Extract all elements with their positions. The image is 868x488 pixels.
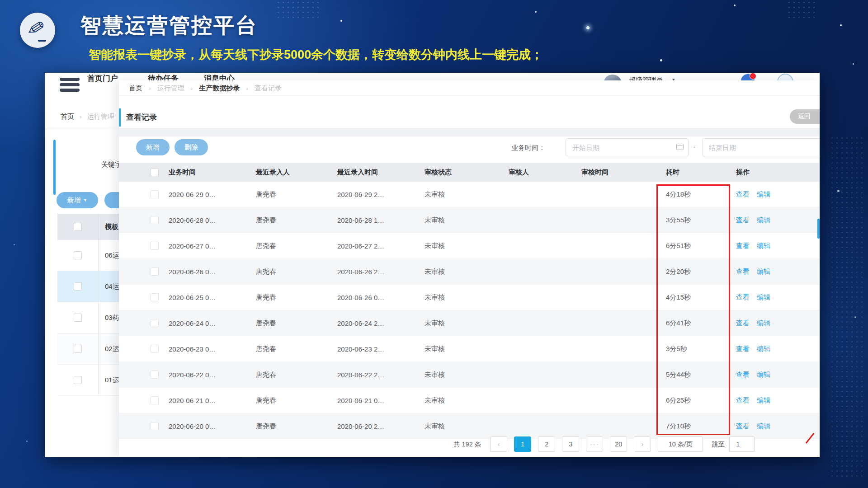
divider bbox=[119, 95, 820, 96]
cell-duration: 7分10秒 bbox=[662, 422, 732, 431]
breadcrumb-home[interactable]: 首页 bbox=[61, 113, 74, 120]
row-checkbox[interactable] bbox=[74, 282, 82, 291]
row-checkbox[interactable] bbox=[151, 371, 159, 379]
records-table-header: 业务时间 最近录入人 最近录入时间 审核状态 审核人 审核时间 耗时 操作 bbox=[119, 163, 820, 182]
row-checkbox[interactable] bbox=[74, 251, 82, 259]
select-all-checkbox[interactable] bbox=[74, 223, 82, 231]
cell-review-status: 未审核 bbox=[421, 242, 505, 250]
cell-duration: 3分55秒 bbox=[662, 216, 732, 225]
cell-duration: 2分20秒 bbox=[662, 267, 732, 276]
row-checkbox[interactable] bbox=[151, 319, 159, 327]
cell-business-time: 2020-06-26 0… bbox=[165, 268, 252, 276]
page-size-select[interactable]: 10 条/页 bbox=[658, 436, 703, 452]
cell-record-time: 2020-06-23 2… bbox=[334, 345, 421, 353]
row-checkbox[interactable] bbox=[151, 216, 159, 224]
view-link[interactable]: 查看 bbox=[736, 345, 750, 352]
cell-recorder: 唐尧春 bbox=[252, 371, 334, 379]
calendar-icon[interactable] bbox=[676, 144, 684, 150]
view-link[interactable]: 查看 bbox=[736, 216, 750, 224]
edit-link[interactable]: 编辑 bbox=[757, 422, 770, 430]
delete-button[interactable]: 删除 bbox=[175, 139, 208, 155]
row-checkbox[interactable] bbox=[74, 376, 82, 384]
breadcrumb-production-data[interactable]: 生产数据抄录 bbox=[199, 84, 240, 92]
platform-logo: ✎ bbox=[20, 13, 55, 48]
row-checkbox[interactable] bbox=[151, 293, 159, 301]
edit-link[interactable]: 编辑 bbox=[757, 293, 770, 301]
breadcrumb-home[interactable]: 首页 bbox=[129, 84, 142, 92]
add-button[interactable]: 新增 bbox=[136, 139, 170, 155]
cell-review-status: 未审核 bbox=[421, 396, 505, 405]
records-breadcrumb: 首页 › 运行管理 › 生产数据抄录 › 查看记录 bbox=[129, 84, 282, 93]
page-button-1[interactable]: 1 bbox=[514, 436, 531, 452]
dot-grid-decoration bbox=[830, 136, 866, 479]
edit-link[interactable]: 编辑 bbox=[757, 242, 770, 249]
view-link[interactable]: 查看 bbox=[736, 396, 750, 404]
start-date-input[interactable] bbox=[566, 138, 689, 156]
jump-to-input[interactable] bbox=[729, 436, 755, 452]
cell-business-time: 2020-06-21 0… bbox=[165, 397, 252, 404]
cell-recorder: 唐尧春 bbox=[252, 190, 334, 199]
view-link[interactable]: 查看 bbox=[736, 242, 750, 249]
table-row: 2020-06-25 0… 唐尧春 2020-06-26 0… 未审核 4分15… bbox=[119, 285, 820, 310]
cell-record-time: 2020-06-20 2… bbox=[334, 422, 421, 430]
view-link[interactable]: 查看 bbox=[736, 371, 750, 378]
breadcrumb-separator: › bbox=[149, 85, 151, 92]
page-button-3[interactable]: 3 bbox=[562, 436, 579, 452]
business-time-label: 业务时间： bbox=[511, 144, 545, 152]
row-checkbox[interactable] bbox=[151, 267, 159, 276]
view-link[interactable]: 查看 bbox=[736, 422, 750, 430]
breadcrumb-operation-mgmt[interactable]: 运行管理 bbox=[157, 84, 184, 92]
row-checkbox[interactable] bbox=[151, 422, 159, 430]
cell-recorder: 唐尧春 bbox=[252, 422, 334, 431]
edit-link[interactable]: 编辑 bbox=[757, 396, 770, 404]
edit-link[interactable]: 编辑 bbox=[757, 267, 770, 275]
breadcrumb-separator: › bbox=[191, 85, 193, 92]
cell-record-time: 2020-06-24 2… bbox=[334, 319, 421, 327]
cell-business-time: 2020-06-25 0… bbox=[165, 294, 252, 301]
start-date-field bbox=[566, 138, 689, 156]
row-checkbox[interactable] bbox=[151, 345, 159, 353]
view-link[interactable]: 查看 bbox=[736, 267, 750, 275]
view-link[interactable]: 查看 bbox=[736, 190, 750, 198]
row-checkbox[interactable] bbox=[151, 396, 159, 404]
edit-link[interactable]: 编辑 bbox=[757, 371, 770, 378]
slide-title: 智慧运营管控平台 bbox=[80, 12, 258, 40]
select-all-checkbox[interactable] bbox=[151, 168, 159, 176]
cell-review-status: 未审核 bbox=[421, 216, 505, 225]
date-range-separator: - bbox=[693, 143, 695, 150]
view-link[interactable]: 查看 bbox=[736, 319, 750, 327]
page-button-20[interactable]: 20 bbox=[610, 436, 627, 452]
row-checkbox[interactable] bbox=[151, 190, 159, 198]
cell-review-status: 未审核 bbox=[421, 319, 505, 328]
next-page-button[interactable]: › bbox=[634, 436, 651, 452]
back-button[interactable]: 返回 bbox=[790, 109, 820, 124]
edit-link[interactable]: 编辑 bbox=[757, 345, 770, 352]
page-button-2[interactable]: 2 bbox=[538, 436, 555, 452]
edit-link[interactable]: 编辑 bbox=[757, 216, 770, 224]
end-date-input[interactable] bbox=[702, 138, 820, 156]
cell-duration: 5分44秒 bbox=[662, 371, 732, 379]
col-actions: 操作 bbox=[732, 168, 820, 177]
cell-recorder: 唐尧春 bbox=[252, 242, 334, 250]
row-checkbox[interactable] bbox=[74, 345, 82, 353]
col-reviewer: 审核人 bbox=[505, 168, 578, 177]
cell-recorder: 唐尧春 bbox=[252, 216, 334, 225]
sidebar-add-button[interactable]: 新增 ▼ bbox=[57, 192, 98, 208]
row-checkbox[interactable] bbox=[151, 242, 159, 250]
scrollbar-thumb[interactable] bbox=[817, 219, 820, 239]
row-checkbox[interactable] bbox=[74, 314, 82, 322]
prev-page-button[interactable]: ‹ bbox=[490, 436, 507, 452]
cell-record-time: 2020-06-26 0… bbox=[334, 294, 421, 301]
template-row-label: 02运 bbox=[99, 345, 119, 353]
view-link[interactable]: 查看 bbox=[736, 293, 750, 301]
cell-review-status: 未审核 bbox=[421, 293, 505, 302]
edit-link[interactable]: 编辑 bbox=[757, 319, 770, 327]
cell-record-time: 2020-06-29 2… bbox=[334, 191, 421, 198]
view-records-window: 首页 › 运行管理 › 生产数据抄录 › 查看记录 查看记录 返回 新增 删除 … bbox=[119, 80, 820, 457]
cell-business-time: 2020-06-27 0… bbox=[165, 242, 252, 250]
pencil-underline bbox=[38, 40, 46, 42]
table-row: 2020-06-21 0… 唐尧春 2020-06-21 0… 未审核 6分25… bbox=[119, 388, 820, 413]
cell-duration: 6分25秒 bbox=[662, 396, 732, 405]
edit-link[interactable]: 编辑 bbox=[757, 190, 770, 198]
page-ellipsis[interactable]: ··· bbox=[586, 436, 603, 452]
